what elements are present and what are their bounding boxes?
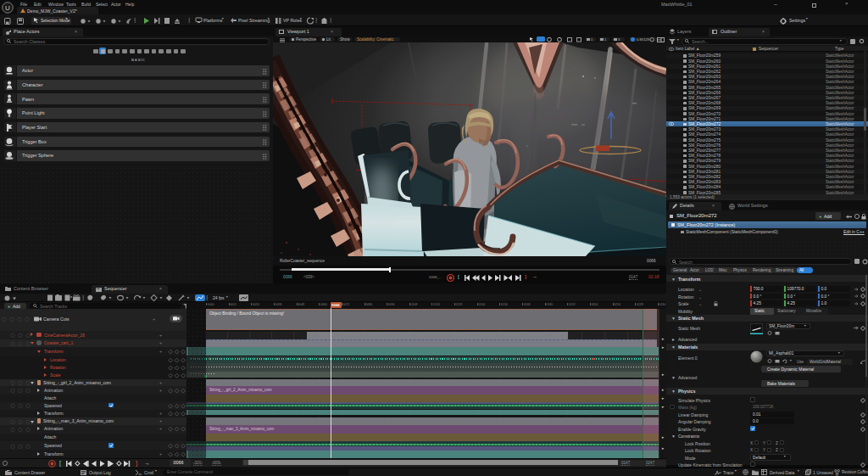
svg-text:U: U bbox=[5, 4, 10, 12]
